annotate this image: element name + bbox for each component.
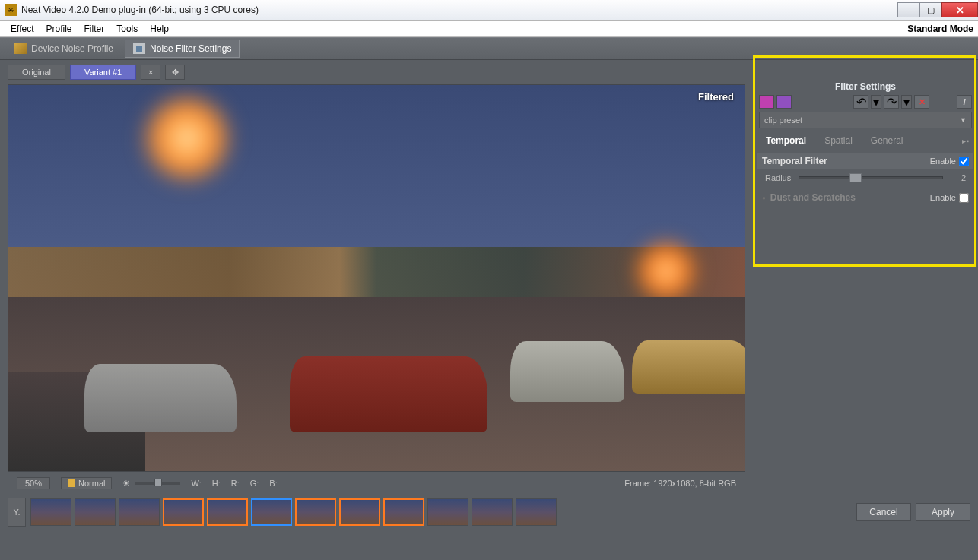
- open-preset-icon[interactable]: [759, 95, 774, 109]
- apply-button[interactable]: Apply: [916, 503, 970, 521]
- tab-device-noise-profile[interactable]: Device Noise Profile: [6, 40, 122, 58]
- b-readout: B:: [269, 479, 277, 488]
- enable-label: Enable: [930, 157, 956, 166]
- info-icon[interactable]: i: [957, 95, 972, 109]
- variant-button[interactable]: Variant #1: [70, 65, 136, 80]
- y-channel-button[interactable]: Y.: [8, 498, 26, 527]
- filmstrip-thumb[interactable]: [295, 498, 336, 526]
- tab-spatial[interactable]: Spatial: [816, 132, 861, 149]
- save-preset-icon[interactable]: [776, 95, 792, 109]
- preview-image[interactable]: Filtered: [8, 84, 745, 472]
- profile-icon: [14, 43, 27, 54]
- tab-temporal[interactable]: Temporal: [757, 132, 814, 149]
- redo-dropdown[interactable]: ▾: [901, 95, 912, 109]
- preset-label: clip preset: [764, 115, 802, 125]
- undo-icon[interactable]: ↶: [853, 95, 868, 109]
- brightness-slider[interactable]: ☀: [122, 479, 180, 489]
- radius-row: Radius 2: [757, 169, 973, 186]
- filter-settings-panel: Filter Settings ↶ ▾ ↷ ▾ ✕ i clip preset …: [753, 81, 978, 492]
- width-readout: W:: [191, 479, 201, 488]
- undo-dropdown[interactable]: ▾: [871, 95, 881, 109]
- reset-icon[interactable]: ✕: [914, 95, 929, 109]
- filmstrip-thumb[interactable]: [516, 498, 557, 526]
- variant-close-button[interactable]: ×: [141, 65, 160, 80]
- close-button[interactable]: ✕: [941, 2, 978, 17]
- temporal-filter-header: Temporal Filter Enable: [757, 153, 973, 169]
- tab-general[interactable]: General: [862, 132, 912, 149]
- preview-mode-label: Filtered: [698, 91, 734, 103]
- view-mode-label: Normal: [78, 479, 105, 488]
- filmstrip-thumb[interactable]: [30, 498, 71, 526]
- menu-help[interactable]: Help: [144, 22, 175, 36]
- radius-slider[interactable]: [799, 176, 943, 179]
- add-variant-button[interactable]: ✥: [165, 65, 185, 80]
- view-mode-swatch: [68, 479, 75, 487]
- sun-icon: ☀: [122, 479, 130, 489]
- filter-tabs: Temporal Spatial General ▸▪: [753, 131, 978, 150]
- original-button[interactable]: Original: [8, 65, 65, 80]
- filmstrip-thumb[interactable]: [75, 498, 116, 526]
- filmstrip-thumb[interactable]: [427, 498, 468, 526]
- menubar: Effect Profile Filter Tools Help Standar…: [0, 21, 978, 37]
- window-titlebar: ✳ Neat Video 4.2.0 Demo plug-in (64-bit;…: [0, 0, 978, 21]
- filmstrip-thumb[interactable]: [207, 498, 248, 526]
- redo-icon[interactable]: ↷: [884, 95, 899, 109]
- cancel-button[interactable]: Cancel: [856, 503, 911, 521]
- radius-value: 2: [951, 173, 966, 182]
- menu-profile[interactable]: Profile: [40, 22, 78, 36]
- zoom-dropdown[interactable]: 50%: [17, 477, 50, 489]
- menu-filter[interactable]: Filter: [78, 22, 111, 36]
- section-title: Dust and Scratches: [770, 192, 856, 203]
- app-icon: ✳: [5, 4, 17, 16]
- chevron-down-icon: ▼: [960, 116, 967, 124]
- window-title: Neat Video 4.2.0 Demo plug-in (64-bit; u…: [21, 5, 898, 15]
- variant-toolbar: Original Variant #1 × ✥: [0, 63, 978, 81]
- window-controls: — ▢ ✕: [898, 2, 978, 17]
- mode-label[interactable]: Standard Mode: [907, 24, 973, 34]
- tab-label: Device Noise Profile: [31, 43, 113, 54]
- filmstrip-thumb[interactable]: [163, 498, 204, 526]
- footer: Y. Cancel Apply: [0, 492, 978, 531]
- r-readout: R:: [231, 479, 240, 488]
- g-readout: G:: [250, 479, 259, 488]
- height-readout: H:: [212, 479, 221, 488]
- minimize-button[interactable]: —: [897, 2, 920, 17]
- filmstrip-thumb[interactable]: [339, 498, 380, 526]
- preview-area: Filtered 50% Normal ☀ W: H: R: G: B: Fra…: [0, 81, 753, 492]
- tab-label: Noise Filter Settings: [150, 43, 231, 54]
- expand-tabs-icon[interactable]: ▸▪: [962, 137, 973, 145]
- filter-icon: [133, 43, 145, 54]
- menu-effect[interactable]: Effect: [5, 22, 40, 36]
- preset-dropdown[interactable]: clip preset ▼: [759, 112, 972, 128]
- dust-scratches-header[interactable]: Dust and Scratches Enable: [757, 189, 973, 206]
- temporal-filter-section: Temporal Filter Enable Radius 2: [757, 153, 973, 186]
- radius-label: Radius: [765, 173, 791, 182]
- filmstrip-thumb[interactable]: [119, 498, 160, 526]
- frame-info: Frame: 1920x1080, 8-bit RGB: [624, 479, 736, 488]
- filmstrip-thumb[interactable]: [251, 498, 292, 526]
- main-tabstrip: Device Noise Profile Noise Filter Settin…: [0, 37, 978, 60]
- filmstrip-thumb[interactable]: [472, 498, 513, 526]
- enable-label: Enable: [930, 193, 956, 202]
- filmstrip: [30, 498, 557, 526]
- filmstrip-thumb[interactable]: [383, 498, 424, 526]
- tab-noise-filter-settings[interactable]: Noise Filter Settings: [125, 40, 240, 58]
- section-title: Temporal Filter: [762, 156, 827, 166]
- status-bar: 50% Normal ☀ W: H: R: G: B: Frame: 1920x…: [8, 475, 745, 492]
- temporal-enable-checkbox[interactable]: [959, 157, 969, 166]
- view-mode-dropdown[interactable]: Normal: [61, 477, 112, 489]
- panel-toolbar: ↶ ▾ ↷ ▾ ✕ i: [753, 93, 978, 110]
- dust-scratches-section: Dust and Scratches Enable: [757, 189, 973, 206]
- dust-enable-checkbox[interactable]: [959, 193, 969, 203]
- menu-tools[interactable]: Tools: [110, 22, 144, 36]
- maximize-button[interactable]: ▢: [919, 2, 942, 17]
- panel-title: Filter Settings: [753, 81, 978, 93]
